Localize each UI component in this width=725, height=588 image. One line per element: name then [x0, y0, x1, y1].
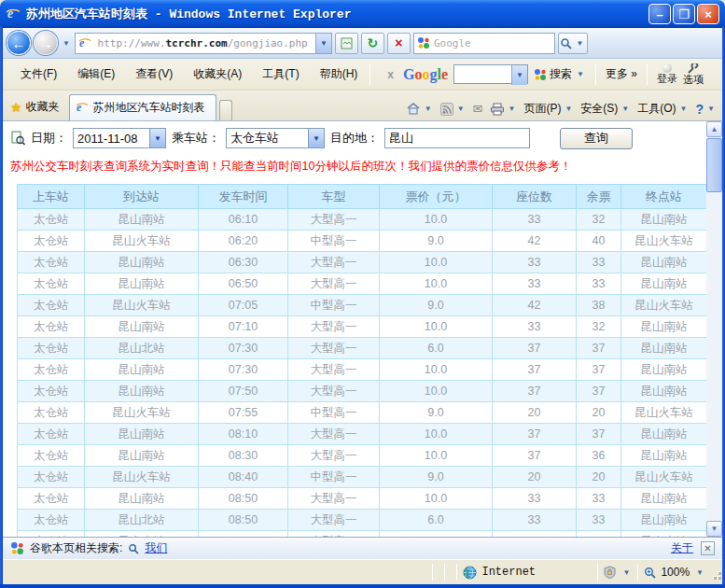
print-dropdown-icon[interactable]: ▼	[507, 105, 518, 113]
minimize-button[interactable]: –	[648, 4, 671, 24]
query-button[interactable]: 查询	[560, 128, 633, 149]
help-button[interactable]: ?▼	[696, 102, 717, 117]
maximize-button[interactable]: ❐	[673, 4, 695, 24]
menu-item[interactable]: 收藏夹(A)	[185, 63, 250, 85]
vertical-scrollbar[interactable]: ▲ ▼	[706, 121, 722, 537]
combobox-dropdown-icon[interactable]: ▼	[511, 65, 527, 85]
table-row[interactable]: 太仓站 昆山火车站 07:05 中型高一 9.0 42 38 昆山火车站	[18, 295, 707, 316]
table-row[interactable]: 太仓站 昆山南站 08:10 大型高一 10.0 37 37 昆山南站	[18, 424, 707, 445]
table-row[interactable]: 太仓站 昆山南站 07:50 大型高一 10.0 37 37 昆山南站	[18, 381, 707, 402]
cell-terminal-station: 昆山火车站	[621, 231, 707, 252]
rss-icon	[440, 103, 453, 116]
toolbar-close-icon[interactable]: x	[383, 68, 397, 81]
column-header: 余票	[577, 185, 621, 209]
compatibility-view-button[interactable]	[335, 33, 358, 54]
cell-arrival-station: 昆山北站	[85, 510, 199, 531]
title-bar[interactable]: e 苏州地区汽车站时刻表 - Windows Internet Explorer…	[0, 0, 725, 28]
menu-item[interactable]: 帮助(H)	[312, 63, 367, 85]
search-button[interactable]: ▼	[558, 33, 588, 54]
table-row[interactable]: 太仓站 昆山南站 08:30 大型高一 10.0 37 36 昆山南站	[18, 445, 707, 467]
table-row[interactable]: 太仓站 昆山南站 07:10 大型高一 10.0 33 32 昆山南站	[18, 316, 707, 338]
date-select[interactable]: 2011-11-08▼	[73, 128, 166, 148]
cell-arrival-station: 昆山南站	[85, 273, 199, 295]
scrollbar-thumb[interactable]	[706, 138, 722, 192]
cell-tickets-left: 36	[577, 445, 621, 467]
print-button[interactable]: ▼	[490, 103, 518, 116]
toolbar-login-button[interactable]: 登录	[657, 63, 677, 84]
protected-mode-dropdown-icon[interactable]: ▼	[620, 568, 632, 577]
table-row[interactable]: 太仓站 昆山火车站 08:40 中型高一 9.0 20 20 昆山火车站	[18, 467, 707, 488]
table-row[interactable]: 太仓站 昆山北站 08:50 大型高一 6.0 33 33 昆山南站	[18, 510, 707, 531]
date-dropdown-icon[interactable]: ▼	[149, 129, 165, 147]
zoom-pane[interactable]: 100% ▼	[638, 563, 711, 581]
search-dropdown-icon[interactable]: ▼	[575, 70, 586, 78]
table-row[interactable]: 太仓站 昆山火车站 06:20 中型高一 9.0 42 40 昆山火车站	[18, 231, 707, 252]
station-select[interactable]: 太仓车站▼	[226, 128, 325, 148]
destination-input[interactable]	[384, 128, 530, 148]
feeds-button[interactable]: ▼	[440, 103, 467, 116]
address-dropdown-icon[interactable]: ▼	[315, 34, 331, 53]
cell-seat-count: 20	[493, 402, 577, 424]
scroll-down-icon[interactable]: ▼	[706, 521, 722, 537]
table-row[interactable]: 太仓站 昆山火车站 07:55 中型高一 9.0 20 20 昆山火车站	[18, 402, 707, 424]
home-dropdown-icon[interactable]: ▼	[423, 105, 434, 113]
menu-items: 文件(F)编辑(E)查看(V)收藏夹(A)工具(T)帮助(H)	[3, 63, 366, 85]
toolbar-search-button[interactable]: 搜索 ▼	[534, 66, 586, 82]
cell-departure-time: 07:30	[199, 359, 288, 381]
toolbar-more-button[interactable]: 更多 »	[606, 66, 637, 82]
history-dropdown-icon[interactable]: ▼	[61, 39, 72, 48]
cell-arrival-station: 昆山南站	[85, 316, 199, 338]
tools-menu-button[interactable]: 工具(O)▼	[637, 101, 689, 117]
cell-tickets-left: 33	[577, 510, 621, 531]
station-dropdown-icon[interactable]: ▼	[308, 129, 324, 147]
menu-item[interactable]: 文件(F)	[12, 63, 65, 85]
table-row[interactable]: 太仓站 昆山南站 06:50 大型高一 10.0 33 33 昆山南站	[18, 273, 707, 295]
zoom-dropdown-icon[interactable]: ▼	[694, 568, 705, 577]
read-mail-button[interactable]: ✉	[473, 102, 483, 116]
scroll-up-icon[interactable]: ▲	[706, 121, 722, 137]
stop-button[interactable]: ×	[387, 33, 411, 54]
cell-ticket-price: 10.0	[380, 316, 493, 338]
cell-seat-count: 37	[493, 338, 577, 359]
toolbar-search-combobox[interactable]: ▼	[453, 64, 528, 84]
related-search-link[interactable]: 我们	[145, 540, 167, 556]
about-link[interactable]: 关于	[671, 540, 693, 556]
google-balls-icon	[10, 541, 24, 555]
home-button[interactable]: ▼	[406, 102, 434, 116]
new-tab-button[interactable]	[219, 100, 232, 120]
page-menu-button[interactable]: 页面(P)▼	[523, 101, 574, 117]
protected-mode-pane[interactable]: ▼	[598, 563, 637, 581]
table-row[interactable]: 太仓站 昆山南站 06:10 大型高一 10.0 33 32 昆山南站	[18, 209, 707, 231]
google-search-input[interactable]: Google	[413, 33, 555, 54]
table-row[interactable]: 太仓站 昆山南站 07:30 大型高一 10.0 37 37 昆山南站	[18, 359, 707, 381]
feeds-dropdown-icon[interactable]: ▼	[455, 105, 467, 113]
timetable-body: 太仓站 昆山南站 06:10 大型高一 10.0 33 32 昆山南站 太仓站 …	[18, 209, 707, 538]
status-pane	[433, 563, 444, 581]
google-search-placeholder: Google	[434, 37, 471, 49]
close-button[interactable]: ×	[697, 4, 719, 24]
safety-menu-button[interactable]: 安全(S)▼	[580, 101, 631, 117]
resize-grip[interactable]	[711, 564, 722, 581]
search-options-dropdown-icon[interactable]: ▼	[574, 39, 585, 48]
toolbar-options-button[interactable]: 选项	[683, 63, 704, 85]
forward-button[interactable]: →	[34, 31, 58, 55]
separator	[647, 64, 648, 85]
related-bar-close-icon[interactable]: ✕	[701, 541, 715, 555]
cell-boarding-station: 太仓站	[18, 510, 85, 531]
window-border	[0, 584, 725, 588]
favorites-button[interactable]: ★ 收藏夹	[3, 94, 69, 120]
menu-item[interactable]: 工具(T)	[254, 63, 307, 85]
active-tab[interactable]: e 苏州地区汽车站时刻表	[69, 94, 216, 120]
cell-tickets-left: 33	[577, 273, 621, 295]
refresh-button[interactable]: ↻	[361, 33, 384, 54]
address-bar[interactable]: e http://www.tcrchr.com/gongjiao.php ▼	[75, 33, 332, 54]
menu-item[interactable]: 查看(V)	[127, 63, 181, 85]
menu-item[interactable]: 编辑(E)	[69, 63, 123, 85]
back-button[interactable]: ←	[7, 31, 31, 55]
table-row[interactable]: 太仓站 昆山南站 06:30 大型高一 10.0 33 33 昆山南站	[18, 252, 707, 273]
cell-departure-time: 07:10	[199, 316, 288, 338]
cell-departure-time: 08:50	[199, 510, 288, 531]
cell-bus-type: 大型高一	[288, 424, 380, 445]
table-row[interactable]: 太仓站 昆山南站 08:50 大型高一 10.0 33 33 昆山南站	[18, 488, 707, 510]
table-row[interactable]: 太仓站 昆山北站 07:30 大型高一 6.0 37 37 昆山南站	[18, 338, 707, 359]
